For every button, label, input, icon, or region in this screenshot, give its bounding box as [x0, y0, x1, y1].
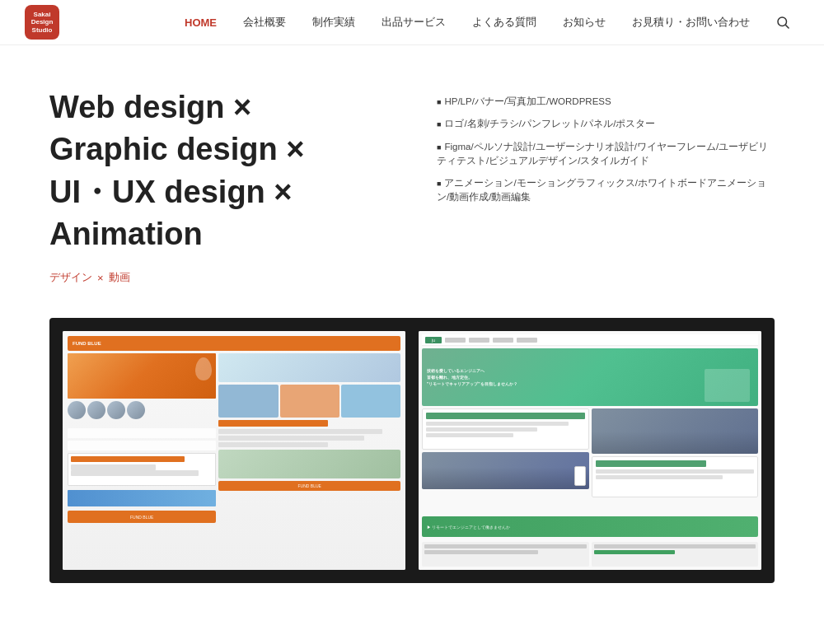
- ju-phone: [574, 466, 586, 486]
- funblue-info-1: [218, 385, 278, 418]
- ju-green-cta: ▶ リモートでエンジニアとして働きませんか: [422, 516, 758, 537]
- hero-right: HP/LP/バナー/写真加工/WORDPRESS ロゴ/名刺/チラシ/パンフレッ…: [437, 86, 775, 213]
- funblue-right: FUND BLUE: [218, 353, 400, 565]
- funblue-logo-text: FUND BLUE: [73, 341, 101, 346]
- ju-bottom-2: [592, 542, 759, 567]
- funblue-hero-img: [68, 353, 216, 399]
- ju-nav-1: [445, 338, 466, 343]
- funblue-img-bottom: [218, 450, 400, 478]
- portfolio-item-ju[interactable]: ju 技術を愛しているエンジニアへ 首都を離れ、地方定住。"リモートでキャリアア…: [419, 331, 761, 570]
- nav-services[interactable]: 出品サービス: [368, 0, 459, 45]
- funblue-cta-text: FUND BLUE: [130, 515, 153, 520]
- funblue-left: FUND BLUE: [68, 353, 216, 565]
- nav-home[interactable]: HOME: [171, 0, 230, 45]
- ju-section: [422, 408, 758, 514]
- service-item-4: アニメーション/モーショングラフィックス/ホワイトボードアニメーション/動画作成…: [437, 176, 775, 205]
- hero-left: Web design × Graphic design × UI・UX desi…: [49, 86, 387, 285]
- ju-card-1: [422, 408, 589, 450]
- nav-works[interactable]: 制作実績: [299, 0, 368, 45]
- ju-col-2: [592, 408, 759, 514]
- ju-card-row-a: [596, 469, 755, 474]
- nav-about[interactable]: 会社概要: [230, 0, 299, 45]
- service-item-1: HP/LP/バナー/写真加工/WORDPRESS: [437, 95, 775, 109]
- ju-img-1: [422, 452, 589, 489]
- funblue-content: [218, 429, 400, 447]
- funblue-text-2: [68, 441, 216, 450]
- portfolio-item-funblue[interactable]: FUND BLUE: [63, 331, 405, 570]
- funblue-text-1: [68, 428, 216, 438]
- row-a: [218, 429, 382, 434]
- funblue-info-3: [341, 385, 400, 418]
- ju-bottom: [422, 542, 758, 567]
- funblue-bottom-cta: FUND BLUE: [218, 481, 400, 491]
- funblue-cta: FUND BLUE: [68, 511, 216, 523]
- funblue-people: [68, 401, 216, 426]
- funblue-row-1: [71, 464, 156, 470]
- search-button[interactable]: [766, 0, 799, 45]
- nav-faq[interactable]: よくある質問: [459, 0, 550, 45]
- ju-cta-text: ▶ リモートでエンジニアとして働きませんか: [427, 525, 510, 530]
- ju-card-header-1: [426, 413, 585, 419]
- logo[interactable]: Sakai Design Studio: [25, 5, 59, 40]
- ju-nav-4: [517, 338, 537, 343]
- ju-img-overlay: [592, 408, 759, 454]
- ju-bottom-1: [422, 542, 589, 567]
- search-icon: [775, 15, 790, 30]
- funblue-header: FUND BLUE: [68, 336, 400, 351]
- ju-col-1: [422, 408, 589, 514]
- person-3: [107, 401, 125, 419]
- service-item-2: ロゴ/名刺/チラシ/パンフレット/パネル/ポスター: [437, 117, 775, 131]
- funblue-info-row: [218, 385, 400, 418]
- main-nav: HOME 会社概要 制作実績 出品サービス よくある質問 お知らせ お見積り・お…: [171, 0, 799, 45]
- ju-landscape-img: [592, 408, 759, 454]
- portfolio-grid: FUND BLUE: [49, 318, 775, 583]
- ju-row-3: [426, 433, 513, 437]
- service-item-3: Figma/ペルソナ設計/ユーザーシナリオ設計/ワイヤーフレーム/ユーザビリティ…: [437, 140, 775, 169]
- ju-nav-2: [469, 338, 489, 343]
- logo-text-line1: Sakai: [34, 11, 51, 19]
- nav-contact[interactable]: お見積り・お問い合わせ: [619, 0, 763, 45]
- hero-subtitle: デザイン × 動画: [49, 270, 387, 285]
- ju-hero: 技術を愛しているエンジニアへ 首都を離れ、地方定住。"リモートでキャリアアップ"…: [422, 348, 758, 406]
- hero-section: Web design × Graphic design × UI・UX desi…: [0, 45, 824, 318]
- funblue-row-2: [71, 470, 199, 476]
- ju-hero-text: 技術を愛しているエンジニアへ 首都を離れ、地方定住。"リモートでキャリアアップ"…: [427, 367, 517, 387]
- ju-card-row-b: [596, 475, 723, 479]
- subtitle-separator: ×: [97, 272, 104, 284]
- ju-logo: ju: [425, 337, 442, 343]
- ju-b-row-4: [594, 550, 675, 554]
- row-c: [218, 442, 327, 447]
- ju-mockup: ju 技術を愛しているエンジニアへ 首都を離れ、地方定住。"リモートでキャリアア…: [419, 331, 761, 570]
- ju-b-row-3: [594, 544, 756, 548]
- person-2: [87, 401, 105, 419]
- site-header: Sakai Design Studio HOME 会社概要 制作実績 出品サービ…: [0, 0, 824, 45]
- funblue-mockup: FUND BLUE: [63, 331, 405, 570]
- funblue-banner: [68, 490, 216, 506]
- funblue-info-2: [280, 385, 339, 418]
- svg-line-1: [785, 25, 789, 28]
- logo-text-line3: Studio: [32, 26, 53, 35]
- subtitle-design-link[interactable]: デザイン: [49, 270, 92, 285]
- logo-text-line2: Design: [31, 18, 54, 26]
- ju-nav-3: [493, 338, 513, 343]
- subtitle-animation-link[interactable]: 動画: [109, 270, 130, 285]
- funblue-body: FUND BLUE: [68, 353, 400, 565]
- ju-row-1: [426, 422, 569, 426]
- ju-card-header-2: [596, 460, 707, 467]
- funblue-bottom-cta-text: FUND BLUE: [298, 483, 321, 488]
- funblue-section-title: [218, 420, 327, 427]
- person-1: [68, 401, 86, 419]
- portfolio-section: FUND BLUE: [0, 318, 824, 616]
- svg-point-0: [778, 17, 787, 26]
- row-b: [218, 436, 363, 441]
- ju-card-2: [592, 456, 759, 497]
- ju-b-row-2: [424, 550, 538, 554]
- funblue-card-1: [68, 453, 216, 486]
- funblue-hero-right: [218, 353, 400, 382]
- ju-row-2: [426, 427, 537, 432]
- ju-nav: ju: [422, 334, 758, 346]
- nav-news[interactable]: お知らせ: [550, 0, 619, 45]
- hero-title: Web design × Graphic design × UI・UX desi…: [49, 86, 387, 255]
- ju-b-row-1: [424, 544, 587, 548]
- logo-icon: Sakai Design Studio: [25, 5, 59, 40]
